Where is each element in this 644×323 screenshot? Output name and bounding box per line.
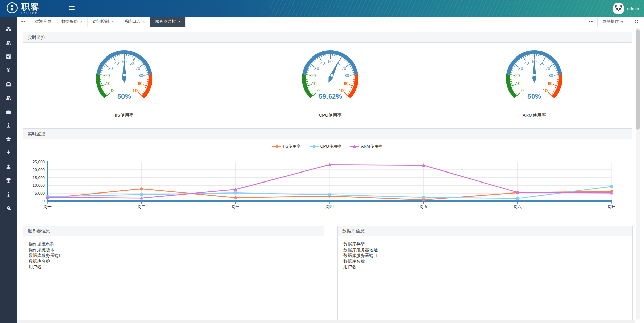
tab-label: 数据备份 [61, 19, 78, 24]
user-icon [6, 164, 11, 170]
sidebar: ¥ [0, 17, 17, 323]
vertical-scrollbar[interactable] [636, 28, 640, 320]
sidebar-item-12[interactable] [0, 187, 17, 201]
gauge-1: 010203040506070809010059.62%CPU使用率 [275, 47, 385, 118]
svg-text:10,000: 10,000 [33, 183, 45, 187]
expand-arrows-icon [634, 19, 639, 24]
tab-4[interactable]: 服务器监控× [150, 17, 186, 27]
svg-text:40: 40 [320, 61, 325, 66]
svg-text:80: 80 [139, 73, 143, 78]
square-marker-icon [313, 145, 315, 148]
sidebar-item-4[interactable] [0, 77, 17, 91]
panel-realtime-gauges: 实时监控 010203040506070809010050%IIS使用率0102… [23, 32, 632, 126]
trophy-icon [6, 178, 11, 184]
sidebar-item-6[interactable] [0, 105, 17, 118]
sidebar-item-11[interactable] [0, 174, 17, 187]
svg-text:50: 50 [328, 59, 333, 64]
tabbar: ◄◄ 欢迎首页数据备份×访问控制×系统日志×服务器监控× ►► 页签操作 [17, 17, 644, 27]
content-area: 实时监控 010203040506070809010050%IIS使用率0102… [17, 27, 644, 323]
vertical-scrollbar-thumb[interactable] [636, 29, 640, 130]
yen-icon: ¥ [7, 67, 10, 73]
user-menu[interactable]: admin [613, 3, 639, 14]
svg-text:70: 70 [136, 66, 140, 71]
sidebar-item-7[interactable] [0, 118, 17, 132]
navbar-stripes-decoration [270, 0, 644, 17]
panel-database-info: 数据库信息 数据库类型数据库服务器地址数据库服务器端口数据库名称用户名 [337, 226, 633, 321]
bank-icon [6, 81, 11, 87]
line-chart: 05,00010,00015,00020,00025,000周一周二周三周四周五… [23, 151, 632, 215]
legend-item-0[interactable]: IIS使用率 [272, 144, 301, 149]
fullscreen-button[interactable] [629, 17, 644, 27]
svg-text:周五: 周五 [419, 204, 428, 209]
legend-item-1[interactable]: CPU使用率 [310, 144, 341, 149]
svg-text:70: 70 [342, 66, 346, 71]
tab-actions-dropdown[interactable]: 页签操作 [597, 17, 629, 27]
svg-text:0: 0 [43, 199, 45, 203]
server-info-field-1: 操作系统版本 [29, 247, 319, 253]
tab-1[interactable]: 数据备份× [56, 17, 88, 27]
sidebar-item-0[interactable] [0, 22, 17, 36]
circle-marker-icon [276, 145, 278, 148]
close-tab-icon[interactable]: × [143, 20, 145, 24]
sidebar-item-1[interactable] [0, 36, 17, 50]
sidebar-item-8[interactable] [0, 132, 17, 146]
svg-text:90: 90 [344, 81, 349, 86]
database-info-field-2: 数据库服务器端口 [343, 253, 627, 259]
svg-text:15,000: 15,000 [33, 176, 45, 180]
close-tab-icon[interactable]: × [111, 20, 114, 24]
sidebar-item-9[interactable] [0, 146, 17, 160]
server-info-list: 操作系统名称操作系统版本数据库服务器端口数据库名称用户名 [23, 236, 324, 275]
panel-title: 实时监控 [23, 129, 632, 139]
logo-subtitle: IZHIKE [21, 12, 40, 14]
database-info-field-3: 数据库名称 [343, 259, 627, 264]
gauge-2: 010203040506070809010050%ARM使用率 [479, 47, 589, 118]
svg-text:周三: 周三 [232, 204, 240, 209]
panel-server-info: 服务器信息 操作系统名称操作系统版本数据库服务器端口数据库名称用户名 [23, 226, 324, 321]
tabs-scroll-right-button[interactable]: ►► [584, 17, 597, 27]
tab-list: 欢迎首页数据备份×访问控制×系统日志×服务器监控× [30, 17, 186, 27]
server-info-field-3: 数据库名称 [29, 259, 319, 264]
svg-text:30: 30 [518, 66, 523, 71]
briefcase-icon [6, 109, 11, 115]
sidebar-item-2[interactable] [0, 50, 17, 63]
svg-text:40: 40 [114, 61, 119, 66]
top-navbar: 职客 IZHIKE admin [0, 0, 644, 17]
svg-text:周一: 周一 [43, 204, 52, 209]
svg-text:30: 30 [314, 66, 319, 71]
close-tab-icon[interactable]: × [178, 20, 181, 24]
tab-0[interactable]: 欢迎首页 [30, 17, 56, 27]
gauge-title: ARM使用率 [479, 112, 589, 118]
legend-item-2[interactable]: ARM使用率 [350, 144, 383, 149]
gauge-value: 59.62% [319, 93, 342, 100]
svg-text:20,000: 20,000 [33, 168, 45, 172]
panel-title: 数据库信息 [338, 226, 632, 236]
sidebar-item-5[interactable] [0, 91, 17, 105]
svg-text:0: 0 [521, 88, 524, 93]
close-tab-icon[interactable]: × [80, 20, 83, 24]
tab-3[interactable]: 系统日志× [119, 17, 150, 27]
sidebar-item-13[interactable] [0, 201, 17, 215]
graduation-cap-icon [6, 136, 11, 142]
database-info-field-0: 数据库类型 [343, 241, 627, 247]
svg-text:90: 90 [138, 81, 143, 86]
svg-text:100: 100 [339, 88, 346, 93]
svg-text:5,000: 5,000 [35, 191, 45, 195]
svg-text:0: 0 [111, 88, 114, 93]
svg-text:60: 60 [130, 61, 135, 66]
svg-text:周六: 周六 [514, 204, 522, 209]
horizontal-scrollbar[interactable] [17, 320, 635, 323]
users-icon [6, 95, 11, 101]
tabs-scroll-left-button[interactable]: ◄◄ [17, 17, 30, 27]
server-info-field-4: 用户名 [29, 264, 319, 270]
sidebar-item-3[interactable]: ¥ [0, 63, 17, 77]
gauge-chart: 010203040506070809010050% [86, 47, 162, 104]
tab-2[interactable]: 访问控制× [88, 17, 119, 27]
sidebar-toggle-button[interactable] [69, 5, 76, 12]
svg-text:周日: 周日 [608, 204, 616, 209]
svg-text:10: 10 [312, 81, 317, 86]
sidebar-item-10[interactable] [0, 160, 17, 174]
database-info-field-1: 数据库服务器地址 [343, 247, 627, 253]
info-icon [6, 191, 11, 197]
svg-text:40: 40 [524, 61, 529, 66]
svg-text:10: 10 [516, 81, 521, 86]
